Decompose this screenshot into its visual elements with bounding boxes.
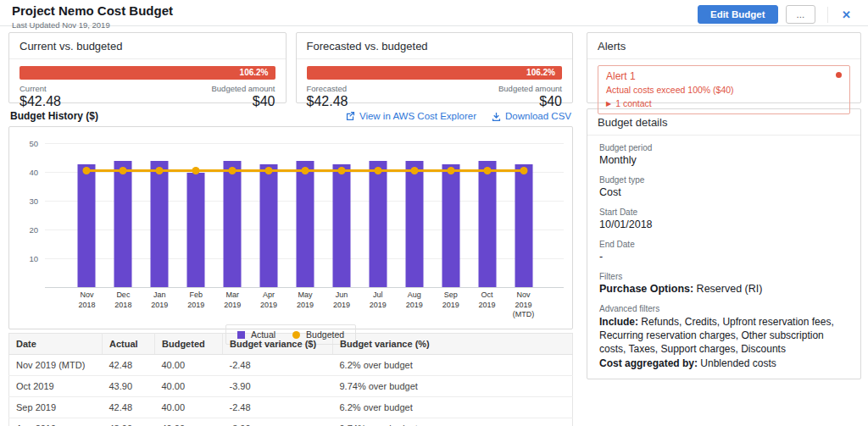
cell-actual: 43.90 bbox=[103, 418, 155, 426]
chart-slot bbox=[178, 137, 214, 287]
budgeted-point-Jul 2019[interactable] bbox=[374, 167, 381, 174]
y-axis-tick-10: 10 bbox=[16, 254, 38, 263]
current-progress-bar: 106.2% bbox=[19, 66, 275, 80]
budgeted-point-Nov 2018[interactable] bbox=[83, 167, 91, 174]
legend-circle-icon bbox=[292, 331, 300, 339]
budget-type-label: Budget type bbox=[599, 175, 849, 185]
forecasted-amount-value: $42.48 bbox=[307, 94, 348, 109]
y-axis-tick-20: 20 bbox=[16, 225, 38, 235]
chart-x-axis-labels: Nov2018Dec2018Jan2019Feb2019Mar2019Apr20… bbox=[69, 290, 542, 320]
chart-plot-area: 1020304050 bbox=[16, 137, 565, 288]
external-link-icon bbox=[346, 112, 355, 121]
column-header-variance-percent[interactable]: Budget variance (%) bbox=[333, 334, 573, 355]
forecasted-card-title: Forecasted vs. budgeted bbox=[297, 33, 573, 59]
filters-text: Reserved (RI) bbox=[693, 283, 762, 295]
download-csv-label: Download CSV bbox=[505, 111, 571, 121]
more-actions-button[interactable]: ... bbox=[786, 5, 816, 24]
chart-slot bbox=[505, 137, 542, 287]
budgeted-point-Mar 2019[interactable] bbox=[229, 167, 236, 174]
alert-name: Alert 1 bbox=[606, 70, 842, 82]
actual-bar-Aug 2019[interactable] bbox=[405, 161, 423, 287]
x-axis-label: Nov2018 bbox=[69, 290, 105, 320]
cell-variance-dollars: -3.90 bbox=[223, 376, 333, 397]
budget-type-value: Cost bbox=[599, 186, 849, 198]
cell-actual: 42.48 bbox=[103, 355, 155, 376]
cell-actual: 43.90 bbox=[103, 376, 155, 397]
table-row: Sep 2019 42.48 40.00 -2.48 6.2% over bud… bbox=[9, 397, 573, 418]
filters-value: Purchase Options: Reserved (RI) bbox=[599, 283, 849, 295]
chart-slot bbox=[105, 137, 142, 287]
actual-bar-Feb 2019[interactable] bbox=[187, 173, 205, 287]
budgeted-point-Jun 2019[interactable] bbox=[337, 167, 345, 174]
chart-slot bbox=[469, 137, 505, 287]
close-icon[interactable]: ✕ bbox=[827, 7, 858, 23]
chart-slot bbox=[287, 137, 324, 287]
table-row: Nov 2019 (MTD) 42.48 40.00 -2.48 6.2% ov… bbox=[9, 355, 573, 376]
alert-item[interactable]: Alert 1 Actual costs exceed 100% ($40) ▶… bbox=[598, 65, 850, 114]
budgeted-point-Sep 2019[interactable] bbox=[447, 167, 454, 174]
budgeted-point-May 2019[interactable] bbox=[301, 167, 309, 174]
alerts-title: Alerts bbox=[587, 33, 860, 59]
budgeted-point-Feb 2019[interactable] bbox=[192, 167, 200, 174]
contact-expand-icon: ▶ bbox=[606, 100, 611, 108]
cell-variance-percent: 9.74% over budget bbox=[333, 418, 573, 426]
start-date-label: Start Date bbox=[599, 207, 849, 217]
actual-bar-Mar 2019[interactable] bbox=[224, 161, 242, 287]
chart-slot bbox=[396, 137, 432, 287]
actual-bar-Jul 2019[interactable] bbox=[369, 161, 387, 287]
actual-bar-Apr 2019[interactable] bbox=[260, 164, 278, 287]
y-axis-tick-50: 50 bbox=[16, 139, 38, 148]
view-in-cost-explorer-link[interactable]: View in AWS Cost Explorer bbox=[346, 111, 476, 121]
download-csv-link[interactable]: Download CSV bbox=[492, 111, 571, 121]
actual-bar-Nov 2019 (MTD)[interactable] bbox=[515, 164, 532, 287]
budgeted-point-Aug 2019[interactable] bbox=[410, 167, 418, 174]
advanced-filters-label: Advanced filters bbox=[599, 304, 849, 313]
aggregated-key: Cost aggregated by: bbox=[599, 357, 698, 369]
column-header-budgeted[interactable]: Budgeted bbox=[155, 334, 223, 355]
actual-bar-Sep 2019[interactable] bbox=[442, 164, 459, 287]
cell-variance-percent: 9.74% over budget bbox=[333, 376, 573, 397]
column-header-date[interactable]: Date bbox=[9, 334, 103, 355]
budgeted-point-Apr 2019[interactable] bbox=[265, 167, 273, 174]
include-key: Include: bbox=[599, 316, 638, 328]
actual-bar-Jun 2019[interactable] bbox=[332, 164, 350, 287]
x-axis-label: Apr2019 bbox=[251, 290, 287, 320]
actual-bar-May 2019[interactable] bbox=[296, 161, 314, 287]
budgeted-point-Oct 2019[interactable] bbox=[483, 167, 491, 174]
filters-label: Filters bbox=[599, 272, 849, 281]
table-row: Oct 2019 43.90 40.00 -3.90 9.74% over bu… bbox=[9, 376, 573, 397]
end-date-label: End Date bbox=[599, 240, 849, 249]
filters-key: Purchase Options: bbox=[599, 283, 693, 295]
alert-contacts-toggle[interactable]: ▶ 1 contact bbox=[606, 98, 842, 108]
current-amount-label: Current bbox=[19, 84, 61, 93]
budget-period-label: Budget period bbox=[599, 143, 849, 152]
column-header-actual[interactable]: Actual bbox=[103, 334, 155, 355]
alert-status-dot-icon bbox=[836, 72, 842, 78]
actual-bar-Jan 2019[interactable] bbox=[151, 161, 169, 287]
x-axis-line bbox=[45, 287, 564, 288]
x-axis-label: May2019 bbox=[287, 290, 324, 320]
x-axis-label: Jan2019 bbox=[142, 290, 178, 320]
cell-budgeted: 40.00 bbox=[155, 397, 223, 418]
forecasted-progress-bar: 106.2% bbox=[307, 66, 563, 80]
chart-slot bbox=[359, 137, 396, 287]
download-icon bbox=[492, 112, 501, 121]
actual-bar-Oct 2019[interactable] bbox=[478, 161, 496, 287]
x-axis-label: Oct2019 bbox=[469, 290, 505, 320]
view-in-cost-explorer-label: View in AWS Cost Explorer bbox=[359, 111, 476, 121]
header-actions: Edit Budget ... ✕ bbox=[698, 5, 858, 24]
cell-date: Sep 2019 bbox=[9, 397, 103, 418]
cell-budgeted: 40.00 bbox=[155, 355, 223, 376]
actual-bar-Nov 2018[interactable] bbox=[78, 164, 96, 287]
budgeted-point-Nov 2019 (MTD)[interactable] bbox=[520, 167, 527, 174]
edit-budget-button[interactable]: Edit Budget bbox=[698, 5, 778, 24]
alert-description: Actual costs exceed 100% ($40) bbox=[606, 85, 842, 95]
alert-contacts-label: 1 contact bbox=[615, 98, 652, 108]
current-budget-label: Budgeted amount bbox=[211, 84, 275, 93]
chart-slot bbox=[214, 137, 251, 287]
budget-history-table: Date Actual Budgeted Budget variance ($)… bbox=[8, 333, 573, 426]
aggregated-text: Unblended costs bbox=[698, 357, 776, 369]
budgeted-point-Dec 2018[interactable] bbox=[120, 167, 127, 174]
budgeted-point-Jan 2019[interactable] bbox=[156, 167, 164, 174]
actual-bar-Dec 2018[interactable] bbox=[114, 161, 132, 287]
